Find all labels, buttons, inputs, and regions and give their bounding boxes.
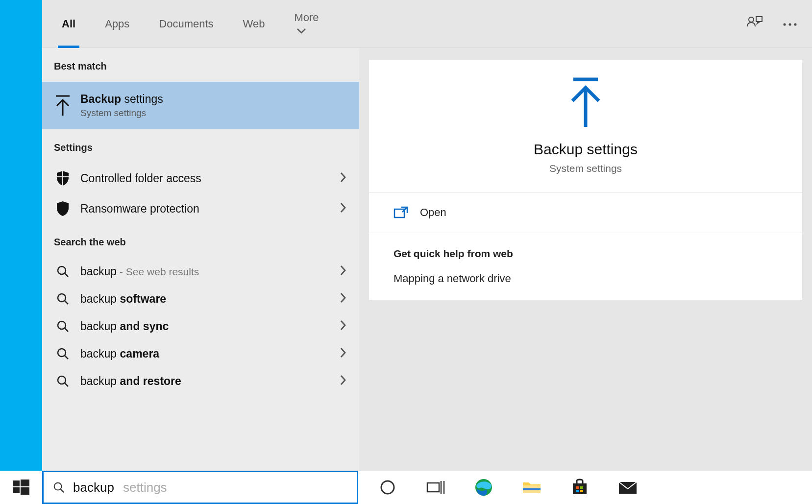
svg-rect-36 — [573, 483, 587, 494]
svg-rect-39 — [576, 490, 579, 492]
search-icon — [56, 264, 70, 278]
best-match-subtitle: System settings — [80, 108, 346, 119]
svg-point-17 — [789, 23, 791, 25]
svg-rect-21 — [394, 209, 404, 217]
taskbar-cortana[interactable] — [378, 478, 397, 497]
folder-icon — [522, 480, 541, 495]
preview-subtitle: System settings — [549, 163, 622, 174]
svg-point-18 — [794, 23, 797, 25]
svg-point-27 — [54, 483, 62, 490]
preview-title: Backup settings — [534, 141, 638, 158]
svg-rect-37 — [576, 486, 579, 489]
cortana-icon — [379, 479, 396, 496]
windows-logo-icon — [13, 479, 29, 496]
svg-point-16 — [784, 23, 786, 25]
settings-result-label: Controlled folder access — [80, 172, 335, 185]
svg-rect-38 — [580, 486, 583, 489]
chevron-right-icon — [335, 320, 346, 333]
section-best-match: Best match — [42, 48, 359, 82]
svg-point-4 — [58, 266, 66, 274]
section-settings: Settings — [42, 129, 359, 163]
mail-icon — [618, 480, 638, 495]
taskbar-mail[interactable] — [618, 478, 638, 497]
store-icon — [571, 479, 589, 496]
web-result-label: backup and restore — [80, 375, 335, 388]
svg-line-28 — [61, 489, 64, 493]
svg-line-13 — [65, 383, 68, 386]
svg-point-12 — [58, 376, 66, 384]
search-input[interactable] — [73, 480, 122, 495]
preview-card: Backup settings System settings Open — [369, 60, 802, 300]
search-icon — [56, 374, 70, 388]
help-heading: Get quick help from web — [394, 248, 778, 260]
web-result[interactable]: backup - See web results — [42, 258, 359, 285]
web-result-label: backup - See web results — [80, 265, 335, 278]
search-icon — [52, 481, 65, 494]
svg-rect-40 — [580, 490, 583, 492]
backup-arrow-icon — [564, 75, 608, 129]
chevron-right-icon — [335, 172, 346, 185]
svg-line-11 — [65, 356, 68, 359]
best-match-result[interactable]: Backup settings System settings — [42, 82, 359, 129]
chevron-right-icon — [335, 347, 346, 360]
chevron-down-icon — [297, 28, 306, 34]
search-autocomplete-hint: settings — [123, 480, 167, 495]
feedback-icon[interactable] — [746, 16, 763, 32]
svg-rect-23 — [13, 480, 20, 486]
taskbar-search-box[interactable]: settings — [42, 471, 358, 504]
svg-rect-15 — [756, 17, 762, 22]
svg-point-14 — [749, 17, 754, 22]
taskbar: settings — [0, 471, 812, 504]
task-view-icon — [426, 480, 445, 495]
open-icon — [394, 206, 408, 219]
help-link-mapping-network-drive[interactable]: Mapping a network drive — [394, 272, 778, 285]
svg-point-6 — [58, 294, 66, 302]
tab-documents[interactable]: Documents — [154, 14, 218, 34]
svg-point-8 — [58, 321, 66, 329]
search-filter-tabs: All Apps Documents Web More — [42, 0, 359, 48]
svg-point-29 — [381, 481, 394, 494]
section-search-web: Search the web — [42, 224, 359, 258]
web-result[interactable]: backup camera — [42, 340, 359, 367]
web-result-label: backup software — [80, 292, 335, 306]
svg-rect-26 — [21, 487, 29, 495]
svg-line-9 — [65, 328, 68, 332]
svg-rect-30 — [427, 483, 439, 492]
search-icon — [56, 292, 70, 306]
tab-web[interactable]: Web — [238, 14, 270, 34]
web-result[interactable]: backup and restore — [42, 367, 359, 395]
tab-all[interactable]: All — [57, 14, 80, 34]
more-options-icon[interactable] — [783, 20, 797, 28]
shield-icon — [55, 200, 70, 217]
left-accent-rail — [0, 0, 42, 471]
taskbar-file-explorer[interactable] — [522, 478, 541, 497]
preview-open-label: Open — [420, 206, 446, 219]
web-result[interactable]: backup and sync — [42, 312, 359, 340]
tab-more[interactable]: More — [289, 7, 330, 41]
svg-line-7 — [65, 301, 68, 304]
web-result-label: backup and sync — [80, 320, 335, 333]
settings-result-label: Ransomware protection — [80, 202, 335, 216]
preview-open-action[interactable]: Open — [369, 192, 802, 233]
svg-rect-35 — [523, 488, 541, 490]
backup-arrow-icon — [53, 94, 73, 118]
web-result[interactable]: backup software — [42, 285, 359, 312]
shield-icon — [55, 170, 70, 187]
edge-icon — [474, 478, 493, 497]
settings-result-ransomware[interactable]: Ransomware protection — [42, 193, 359, 224]
best-match-title: Backup settings — [80, 93, 346, 106]
chevron-right-icon — [335, 375, 346, 387]
taskbar-task-view[interactable] — [426, 478, 445, 497]
svg-line-5 — [65, 273, 68, 277]
search-icon — [56, 319, 70, 333]
svg-rect-24 — [21, 480, 29, 486]
tab-apps[interactable]: Apps — [100, 14, 134, 34]
chevron-right-icon — [335, 292, 346, 305]
chevron-right-icon — [335, 202, 346, 215]
taskbar-edge[interactable] — [474, 478, 493, 497]
chevron-right-icon — [335, 265, 346, 278]
taskbar-store[interactable] — [570, 478, 590, 497]
start-button[interactable] — [0, 471, 42, 504]
settings-result-controlled-folder[interactable]: Controlled folder access — [42, 163, 359, 193]
search-icon — [56, 347, 70, 360]
